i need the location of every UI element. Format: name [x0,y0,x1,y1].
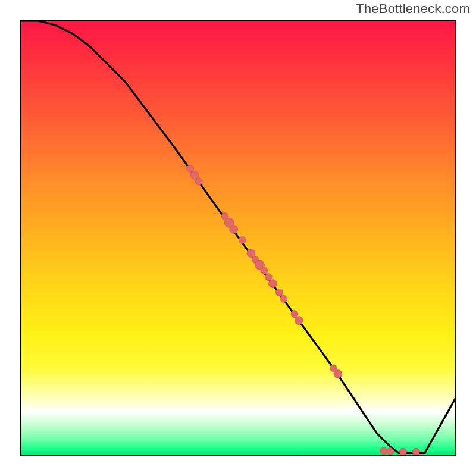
data-point [380,447,387,455]
scatter-points [187,165,420,455]
bottleneck-curve [21,21,455,453]
data-point [268,280,277,288]
data-point [247,249,255,258]
data-point [265,274,272,281]
data-point [261,267,268,274]
data-point [295,317,303,325]
data-point [190,171,199,179]
watermark-label: TheBottleneck.com [356,1,470,17]
data-point [239,237,246,244]
data-point [291,311,298,318]
data-point [399,448,406,455]
data-point [412,448,419,455]
plot-area [20,20,456,456]
data-point [230,225,238,233]
curve-layer [21,21,455,455]
data-point [195,178,202,185]
data-point [187,165,194,172]
data-point [387,447,394,455]
data-point [280,295,287,302]
data-point [275,289,283,296]
chart-container: TheBottleneck.com [0,0,476,476]
data-point [334,370,342,378]
